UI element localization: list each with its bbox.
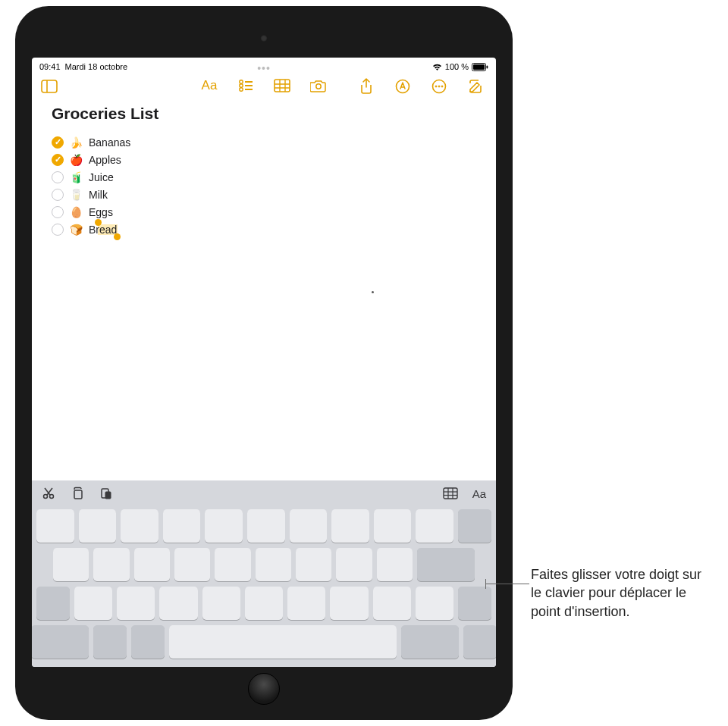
checklist-icon[interactable]	[236, 76, 256, 95]
markup-icon[interactable]	[393, 77, 413, 96]
keyboard-shortcut-bar: Aa	[32, 480, 496, 506]
key-blank[interactable]	[159, 587, 197, 620]
key-blank[interactable]	[93, 548, 129, 581]
status-date: Mardi 18 octobre	[65, 62, 128, 71]
checkbox-circle[interactable]	[52, 206, 64, 218]
key-shift-left[interactable]	[36, 587, 70, 620]
keyboard-table-icon[interactable]	[443, 486, 458, 501]
key-blank[interactable]	[296, 548, 331, 581]
selection-handle-start[interactable]	[95, 219, 102, 226]
key-blank[interactable]	[53, 548, 89, 581]
key-blank[interactable]	[174, 548, 210, 581]
svg-rect-26	[105, 492, 111, 499]
item-label: Milk	[89, 189, 108, 201]
camera-icon[interactable]	[309, 76, 328, 95]
key-blank[interactable]	[287, 587, 325, 620]
table-icon[interactable]	[272, 76, 292, 95]
svg-rect-2	[487, 66, 488, 69]
key-backspace[interactable]	[458, 509, 491, 543]
sidebar-toggle-icon[interactable]	[39, 77, 59, 96]
checklist-item[interactable]: 🍌Bananas	[52, 133, 476, 151]
svg-rect-27	[444, 488, 457, 499]
key-blank[interactable]	[374, 509, 412, 543]
svg-rect-11	[275, 80, 290, 92]
checklist-item[interactable]: 🧃Juice	[52, 168, 476, 186]
item-label: Juice	[89, 171, 114, 183]
item-label: Bread	[89, 224, 117, 236]
checklist-item[interactable]: 🍎Apples	[52, 151, 476, 168]
ipad-device-frame: 09:41 Mardi 18 octobre 100 % •••	[15, 6, 513, 720]
key-blank[interactable]	[117, 587, 155, 620]
callout-text: Faites glisser votre doigt sur le clavie…	[531, 565, 713, 621]
text-selection[interactable]: Bread	[89, 224, 117, 236]
item-emoji: 🍞	[70, 224, 83, 236]
copy-icon[interactable]	[70, 486, 85, 501]
checkbox-circle[interactable]	[52, 154, 64, 166]
key-blank[interactable]	[373, 587, 411, 620]
share-icon[interactable]	[356, 77, 376, 96]
selection-handle-end[interactable]	[114, 233, 121, 240]
key-blank[interactable]	[247, 509, 285, 543]
key-blank[interactable]	[79, 509, 117, 543]
screen: 09:41 Mardi 18 octobre 100 % •••	[32, 58, 496, 667]
key-blank[interactable]	[416, 509, 453, 543]
key-blank[interactable]	[202, 587, 240, 620]
key-blank[interactable]	[290, 509, 328, 543]
item-emoji: 🍌	[70, 136, 83, 149]
compose-icon[interactable]	[466, 77, 485, 96]
note-body[interactable]: Groceries List 🍌Bananas🍎Apples🧃Juice🥛Mil…	[32, 100, 496, 243]
key-blank[interactable]	[377, 548, 413, 581]
paste-icon[interactable]	[99, 486, 114, 501]
checklist-item[interactable]: 🍞Bread	[52, 221, 476, 238]
key-blank[interactable]	[215, 548, 250, 581]
text-format-label: Aa	[202, 78, 218, 93]
battery-percent: 100 %	[445, 62, 469, 71]
callout-leader-line	[485, 584, 529, 584]
key-blank[interactable]	[74, 587, 112, 620]
key-blank[interactable]	[36, 509, 74, 543]
checkbox-circle[interactable]	[52, 136, 64, 149]
text-format-icon[interactable]: Aa	[199, 76, 219, 95]
svg-point-17	[397, 80, 410, 93]
checklist-item[interactable]: 🥚Eggs	[52, 203, 476, 221]
key-shift-right[interactable]	[458, 587, 491, 620]
checklist-item[interactable]: 🥛Milk	[52, 186, 476, 203]
checkbox-circle[interactable]	[52, 171, 64, 183]
key-blank[interactable]	[256, 548, 291, 581]
multitask-dots-icon[interactable]: •••	[257, 62, 271, 74]
key-blank[interactable]	[245, 587, 283, 620]
key-return[interactable]	[417, 548, 475, 581]
item-emoji: 🥛	[70, 189, 83, 201]
key-mic[interactable]	[131, 625, 165, 659]
home-button[interactable]	[248, 673, 280, 705]
svg-point-9	[240, 88, 243, 91]
key-blank[interactable]	[205, 509, 243, 543]
key-blank[interactable]	[163, 509, 201, 543]
key-numbers[interactable]	[32, 625, 89, 659]
key-numbers-right[interactable]	[401, 625, 459, 659]
keyboard-format-icon[interactable]: Aa	[472, 486, 487, 501]
more-icon[interactable]	[429, 77, 449, 96]
key-space[interactable]	[169, 625, 397, 659]
key-blank[interactable]	[121, 509, 158, 543]
key-globe[interactable]	[93, 625, 127, 659]
keyboard-keys[interactable]	[32, 506, 496, 667]
key-dismiss[interactable]	[463, 625, 496, 659]
svg-rect-3	[42, 80, 57, 92]
key-blank[interactable]	[331, 509, 369, 543]
cursor-dot	[372, 291, 374, 293]
key-blank[interactable]	[330, 587, 368, 620]
checkbox-circle[interactable]	[52, 189, 64, 201]
item-label: Bananas	[89, 136, 130, 149]
keyboard-format-label: Aa	[472, 487, 486, 500]
cut-icon[interactable]	[41, 486, 56, 501]
onscreen-keyboard[interactable]: Aa	[32, 480, 496, 667]
key-blank[interactable]	[416, 587, 453, 620]
item-label: Apples	[89, 154, 121, 166]
notes-toolbar: ••• Aa	[32, 73, 496, 100]
checkbox-circle[interactable]	[52, 224, 64, 236]
front-camera	[261, 35, 268, 42]
note-title[interactable]: Groceries List	[52, 105, 476, 123]
key-blank[interactable]	[336, 548, 372, 581]
key-blank[interactable]	[134, 548, 170, 581]
